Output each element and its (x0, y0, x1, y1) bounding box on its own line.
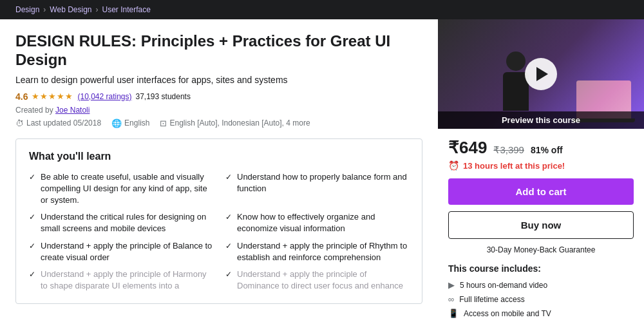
language-item: 🌐 English (111, 118, 149, 128)
check-icon-3: ✓ (29, 269, 35, 280)
learn-item-2: ✓ Understand + apply the principle of Ba… (29, 240, 213, 263)
original-price: ₹3,399 (493, 144, 524, 156)
breadcrumb-ui[interactable]: User Interface (102, 5, 151, 14)
price-row: ₹649 ₹3,399 81% off (448, 138, 634, 158)
course-title: DESIGN RULES: Principles + Practices for… (15, 32, 422, 70)
check-icon-1: ✓ (29, 212, 35, 223)
preview-label: Preview this course (438, 111, 644, 129)
meta-row: ⏱ Last updated 05/2018 🌐 English ⊡ Engli… (15, 118, 422, 128)
created-by-label: Created by (15, 106, 53, 115)
includes-text-1: Full lifetime access (459, 295, 524, 304)
course-subtitle: Learn to design powerful user interfaces… (15, 75, 422, 85)
learn-grid: ✓ Be able to create useful, usable and v… (29, 171, 409, 292)
breadcrumb-webdesign[interactable]: Web Design (50, 5, 91, 14)
check-icon-6: ✓ (225, 241, 232, 252)
learn-item-7: ✓ Understand + apply the principle of Do… (225, 269, 409, 292)
infinity-icon: ∞ (448, 294, 454, 304)
breadcrumb-design[interactable]: Design (15, 5, 39, 14)
check-icon-5: ✓ (225, 212, 232, 223)
stars-icon: ★★★★★ (32, 91, 73, 101)
includes-item-2: 📱 Access on mobile and TV (448, 308, 634, 318)
rating-count[interactable]: (10,042 ratings) (77, 92, 131, 101)
captions-item: ⊡ English [Auto], Indonesian [Auto], 4 m… (160, 118, 310, 128)
learn-text-1: Understand the critical rules for design… (41, 211, 213, 234)
what-learn-box: What you'll learn ✓ Be able to create us… (15, 138, 422, 305)
students-count: 37,193 students (136, 92, 191, 101)
includes-title: This course includes: (448, 263, 634, 274)
buy-now-button[interactable]: Buy now (448, 211, 634, 239)
discount-badge: 81% off (531, 145, 563, 155)
check-icon-4: ✓ (225, 172, 232, 183)
check-icon-7: ✓ (225, 269, 232, 280)
timer-text: 13 hours left at this price! (463, 161, 565, 171)
video-icon: ▶ (448, 280, 455, 290)
language-text: English (124, 118, 149, 128)
add-to-cart-button[interactable]: Add to cart (448, 178, 634, 205)
money-back-text: 30-Day Money-Back Guarantee (448, 245, 634, 254)
includes-text-0: 5 hours on-demand video (460, 281, 547, 290)
mobile-icon: 📱 (448, 308, 459, 318)
course-preview[interactable]: Preview this course (438, 19, 644, 129)
alarm-icon: ⏰ (448, 160, 459, 171)
captions-text: English [Auto], Indonesian [Auto], 4 mor… (169, 118, 310, 128)
cc-icon: ⊡ (160, 118, 167, 128)
learn-item-3: ✓ Understand + apply the principle of Ha… (29, 269, 213, 292)
clock-icon: ⏱ (15, 118, 24, 128)
creator-link[interactable]: Joe Natoli (55, 106, 90, 115)
check-icon-2: ✓ (29, 241, 35, 252)
play-button[interactable] (525, 58, 557, 90)
learn-text-2: Understand + apply the principle of Bala… (41, 240, 213, 263)
globe-icon: 🌐 (111, 118, 122, 128)
rating-number: 4.6 (15, 91, 28, 102)
breadcrumb-sep-2: › (96, 5, 99, 14)
rating-row: 4.6 ★★★★★ (10,042 ratings) 37,193 studen… (15, 91, 422, 102)
breadcrumb-sep-1: › (43, 5, 46, 14)
created-row: Created by Joe Natoli (15, 106, 422, 115)
what-learn-title: What you'll learn (29, 151, 409, 162)
learn-item-4: ✓ Understand how to properly balance for… (225, 171, 409, 207)
last-updated-item: ⏱ Last updated 05/2018 (15, 118, 101, 128)
learn-item-5: ✓ Know how to effectively organize and e… (225, 211, 409, 234)
includes-list: ▶ 5 hours on-demand video ∞ Full lifetim… (448, 280, 634, 322)
left-panel: DESIGN RULES: Principles + Practices for… (0, 19, 438, 322)
main-layout: DESIGN RULES: Principles + Practices for… (0, 19, 644, 322)
right-panel: Preview this course ₹649 ₹3,399 81% off … (438, 19, 644, 322)
includes-item-0: ▶ 5 hours on-demand video (448, 280, 634, 290)
check-icon-0: ✓ (29, 172, 35, 183)
learn-text-7: Understand + apply the principle of Domi… (237, 269, 409, 292)
learn-text-0: Be able to create useful, usable and vis… (41, 171, 213, 207)
breadcrumb: Design › Web Design › User Interface (15, 5, 629, 14)
learn-item-0: ✓ Be able to create useful, usable and v… (29, 171, 213, 207)
includes-text-2: Access on mobile and TV (464, 309, 551, 318)
learn-item-1: ✓ Understand the critical rules for desi… (29, 211, 213, 234)
play-icon (536, 67, 548, 81)
pricing-box: ₹649 ₹3,399 81% off ⏰ 13 hours left at t… (438, 129, 644, 322)
top-bar: Design › Web Design › User Interface (0, 0, 644, 19)
timer-row: ⏰ 13 hours left at this price! (448, 160, 634, 171)
includes-item-1: ∞ Full lifetime access (448, 294, 634, 304)
current-price: ₹649 (448, 138, 487, 158)
learn-text-4: Understand how to properly balance form … (237, 171, 409, 194)
last-updated-text: Last updated 05/2018 (26, 118, 101, 128)
learn-text-3: Understand + apply the principle of Harm… (41, 269, 213, 292)
learn-item-6: ✓ Understand + apply the principle of Rh… (225, 240, 409, 263)
learn-text-6: Understand + apply the principle of Rhyt… (237, 240, 409, 263)
learn-text-5: Know how to effectively organize and eco… (237, 211, 409, 234)
